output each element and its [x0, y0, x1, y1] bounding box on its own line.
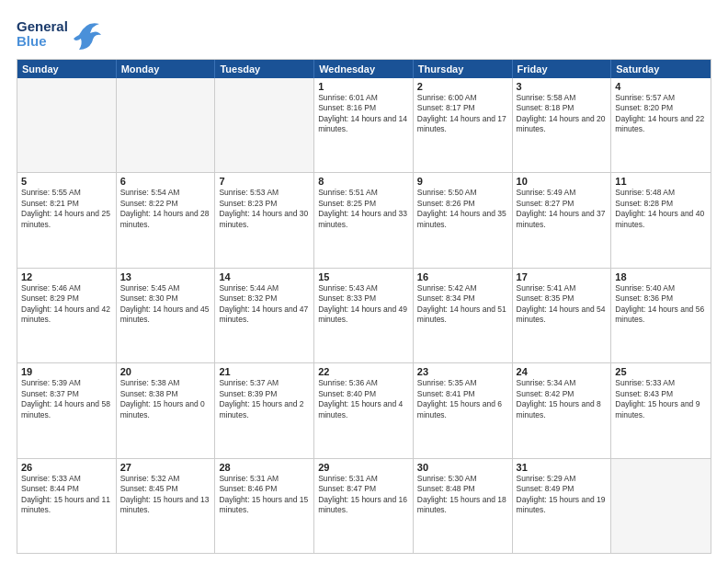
- calendar-cell: 3Sunrise: 5:58 AMSunset: 8:18 PMDaylight…: [513, 78, 612, 172]
- day-number: 11: [615, 176, 707, 187]
- calendar-cell: 18Sunrise: 5:40 AMSunset: 8:36 PMDayligh…: [611, 269, 711, 362]
- cell-daylight-info: Sunrise: 6:01 AMSunset: 8:16 PMDaylight:…: [318, 93, 409, 135]
- calendar-cell: 7Sunrise: 5:53 AMSunset: 8:23 PMDaylight…: [215, 173, 314, 267]
- cell-daylight-info: Sunrise: 5:50 AMSunset: 8:26 PMDaylight:…: [417, 188, 508, 230]
- calendar-cell: 8Sunrise: 5:51 AMSunset: 8:25 PMDaylight…: [314, 173, 414, 267]
- calendar-cell: 25Sunrise: 5:33 AMSunset: 8:43 PMDayligh…: [611, 363, 711, 457]
- calendar-cell: 30Sunrise: 5:30 AMSunset: 8:48 PMDayligh…: [414, 459, 513, 553]
- cell-daylight-info: Sunrise: 5:40 AMSunset: 8:36 PMDaylight:…: [615, 283, 707, 326]
- weekday-header: Saturday: [611, 60, 711, 78]
- calendar-cell: 6Sunrise: 5:54 AMSunset: 8:22 PMDaylight…: [117, 173, 216, 267]
- cell-daylight-info: Sunrise: 5:57 AMSunset: 8:20 PMDaylight:…: [615, 93, 707, 135]
- cell-daylight-info: Sunrise: 5:38 AMSunset: 8:38 PMDaylight:…: [120, 378, 211, 420]
- day-number: 21: [219, 366, 310, 377]
- cell-daylight-info: Sunrise: 5:51 AMSunset: 8:25 PMDaylight:…: [318, 188, 409, 230]
- calendar-cell: 24Sunrise: 5:34 AMSunset: 8:42 PMDayligh…: [513, 363, 612, 457]
- calendar-cell: 16Sunrise: 5:42 AMSunset: 8:34 PMDayligh…: [414, 269, 513, 362]
- weekday-header: Sunday: [17, 60, 117, 78]
- cell-daylight-info: Sunrise: 5:49 AMSunset: 8:27 PMDaylight:…: [517, 188, 608, 230]
- day-number: 2: [417, 81, 508, 92]
- calendar-cell: 9Sunrise: 5:50 AMSunset: 8:26 PMDaylight…: [414, 173, 513, 267]
- day-number: 24: [517, 366, 608, 377]
- calendar-cell: 20Sunrise: 5:38 AMSunset: 8:38 PMDayligh…: [117, 363, 216, 457]
- cell-daylight-info: Sunrise: 5:31 AMSunset: 8:47 PMDaylight:…: [318, 474, 409, 516]
- weekday-header: Monday: [117, 60, 216, 78]
- calendar-cell: 10Sunrise: 5:49 AMSunset: 8:27 PMDayligh…: [513, 173, 612, 267]
- calendar-cell: 4Sunrise: 5:57 AMSunset: 8:20 PMDaylight…: [611, 78, 711, 172]
- calendar-cell: 2Sunrise: 6:00 AMSunset: 8:17 PMDaylight…: [414, 78, 513, 172]
- calendar-cell: 17Sunrise: 5:41 AMSunset: 8:35 PMDayligh…: [513, 269, 612, 362]
- calendar-row: 12Sunrise: 5:46 AMSunset: 8:29 PMDayligh…: [17, 268, 711, 362]
- cell-daylight-info: Sunrise: 5:42 AMSunset: 8:34 PMDaylight:…: [417, 283, 508, 326]
- cell-daylight-info: Sunrise: 5:31 AMSunset: 8:46 PMDaylight:…: [219, 474, 310, 516]
- calendar-cell: 21Sunrise: 5:37 AMSunset: 8:39 PMDayligh…: [215, 363, 314, 457]
- cell-daylight-info: Sunrise: 5:46 AMSunset: 8:29 PMDaylight:…: [21, 283, 112, 326]
- calendar-cell: 11Sunrise: 5:48 AMSunset: 8:28 PMDayligh…: [611, 173, 711, 267]
- day-number: 31: [517, 462, 608, 473]
- cell-daylight-info: Sunrise: 5:34 AMSunset: 8:42 PMDaylight:…: [517, 378, 608, 420]
- day-number: 30: [417, 462, 508, 473]
- day-number: 16: [417, 271, 508, 282]
- day-number: 22: [318, 366, 409, 377]
- calendar-row: 26Sunrise: 5:33 AMSunset: 8:44 PMDayligh…: [17, 458, 711, 553]
- calendar-cell: 1Sunrise: 6:01 AMSunset: 8:16 PMDaylight…: [314, 78, 414, 172]
- cell-daylight-info: Sunrise: 5:44 AMSunset: 8:32 PMDaylight:…: [219, 283, 310, 326]
- logo: General Blue: [17, 17, 101, 52]
- calendar-cell: 5Sunrise: 5:55 AMSunset: 8:21 PMDaylight…: [17, 173, 117, 267]
- cell-daylight-info: Sunrise: 5:53 AMSunset: 8:23 PMDaylight:…: [219, 188, 310, 230]
- weekday-header: Thursday: [414, 60, 513, 78]
- day-number: 28: [219, 462, 310, 473]
- day-number: 25: [615, 366, 707, 377]
- calendar-cell: 12Sunrise: 5:46 AMSunset: 8:29 PMDayligh…: [17, 269, 117, 362]
- cell-daylight-info: Sunrise: 5:48 AMSunset: 8:28 PMDaylight:…: [615, 188, 707, 230]
- cell-daylight-info: Sunrise: 5:45 AMSunset: 8:30 PMDaylight:…: [120, 283, 211, 326]
- day-number: 8: [318, 176, 409, 187]
- calendar: SundayMondayTuesdayWednesdayThursdayFrid…: [17, 59, 711, 554]
- cell-daylight-info: Sunrise: 5:29 AMSunset: 8:49 PMDaylight:…: [517, 474, 608, 516]
- calendar-body: 1Sunrise: 6:01 AMSunset: 8:16 PMDaylight…: [17, 78, 711, 553]
- calendar-cell: 27Sunrise: 5:32 AMSunset: 8:45 PMDayligh…: [117, 459, 216, 553]
- calendar-header: SundayMondayTuesdayWednesdayThursdayFrid…: [17, 60, 711, 78]
- day-number: 18: [615, 271, 707, 282]
- calendar-cell: 19Sunrise: 5:39 AMSunset: 8:37 PMDayligh…: [17, 363, 117, 457]
- calendar-cell: 26Sunrise: 5:33 AMSunset: 8:44 PMDayligh…: [17, 459, 117, 553]
- day-number: 15: [318, 271, 409, 282]
- cell-daylight-info: Sunrise: 5:54 AMSunset: 8:22 PMDaylight:…: [120, 188, 211, 230]
- day-number: 6: [120, 176, 211, 187]
- day-number: 19: [21, 366, 112, 377]
- cell-daylight-info: Sunrise: 5:33 AMSunset: 8:44 PMDaylight:…: [21, 474, 112, 516]
- calendar-cell: 31Sunrise: 5:29 AMSunset: 8:49 PMDayligh…: [513, 459, 612, 553]
- logo-blue: Blue: [17, 34, 68, 50]
- cell-daylight-info: Sunrise: 5:37 AMSunset: 8:39 PMDaylight:…: [219, 378, 310, 420]
- calendar-cell: [611, 459, 711, 553]
- cell-daylight-info: Sunrise: 6:00 AMSunset: 8:17 PMDaylight:…: [417, 93, 508, 135]
- cell-daylight-info: Sunrise: 5:55 AMSunset: 8:21 PMDaylight:…: [21, 188, 112, 230]
- weekday-header: Friday: [513, 60, 612, 78]
- calendar-cell: 22Sunrise: 5:36 AMSunset: 8:40 PMDayligh…: [314, 363, 414, 457]
- cell-daylight-info: Sunrise: 5:33 AMSunset: 8:43 PMDaylight:…: [615, 378, 707, 420]
- calendar-cell: 29Sunrise: 5:31 AMSunset: 8:47 PMDayligh…: [314, 459, 414, 553]
- header: General Blue: [17, 17, 711, 52]
- logo-general: General: [17, 19, 68, 35]
- day-number: 29: [318, 462, 409, 473]
- cell-daylight-info: Sunrise: 5:30 AMSunset: 8:48 PMDaylight:…: [417, 474, 508, 516]
- weekday-header: Tuesday: [215, 60, 314, 78]
- weekday-header: Wednesday: [314, 60, 414, 78]
- calendar-cell: 23Sunrise: 5:35 AMSunset: 8:41 PMDayligh…: [414, 363, 513, 457]
- page: General Blue SundayMondayTuesdayWednesda…: [0, 0, 728, 563]
- cell-daylight-info: Sunrise: 5:32 AMSunset: 8:45 PMDaylight:…: [120, 474, 211, 516]
- day-number: 27: [120, 462, 211, 473]
- day-number: 13: [120, 271, 211, 282]
- calendar-cell: [215, 78, 314, 172]
- calendar-cell: 15Sunrise: 5:43 AMSunset: 8:33 PMDayligh…: [314, 269, 414, 362]
- cell-daylight-info: Sunrise: 5:43 AMSunset: 8:33 PMDaylight:…: [318, 283, 409, 326]
- calendar-cell: [117, 78, 216, 172]
- calendar-cell: 13Sunrise: 5:45 AMSunset: 8:30 PMDayligh…: [117, 269, 216, 362]
- day-number: 9: [417, 176, 508, 187]
- day-number: 10: [517, 176, 608, 187]
- day-number: 3: [517, 81, 608, 92]
- calendar-row: 19Sunrise: 5:39 AMSunset: 8:37 PMDayligh…: [17, 362, 711, 457]
- day-number: 23: [417, 366, 508, 377]
- day-number: 12: [21, 271, 112, 282]
- day-number: 1: [318, 81, 409, 92]
